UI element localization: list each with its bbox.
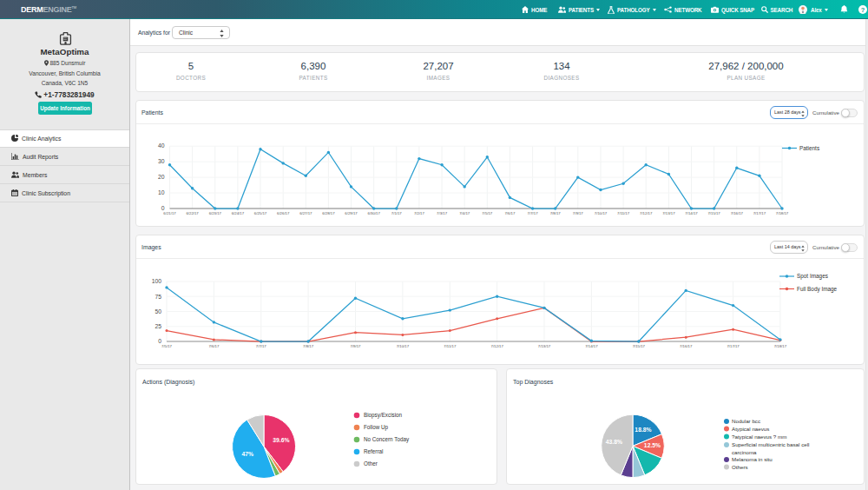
svg-text:Follow Up: Follow Up (364, 424, 388, 431)
svg-text:7/9/17: 7/9/17 (573, 211, 584, 215)
svg-text:10: 10 (158, 189, 165, 195)
svg-text:7/14/17: 7/14/17 (585, 344, 598, 348)
svg-text:7/16/17: 7/16/17 (680, 344, 693, 348)
svg-text:7/11/17: 7/11/17 (444, 344, 457, 348)
svg-text:7/15/17: 7/15/17 (707, 211, 720, 215)
svg-text:7/3/17: 7/3/17 (437, 211, 448, 215)
svg-text:7/8/17: 7/8/17 (303, 344, 314, 348)
svg-text:7/6/17: 7/6/17 (208, 344, 220, 348)
svg-text:100: 100 (152, 278, 162, 284)
svg-text:6/25/17: 6/25/17 (254, 211, 267, 215)
svg-text:Referral: Referral (364, 448, 383, 454)
svg-text:Melanoma in situ: Melanoma in situ (732, 456, 773, 462)
svg-text:Nodular bcc: Nodular bcc (732, 418, 760, 424)
svg-text:7/12/17: 7/12/17 (640, 211, 653, 215)
svg-text:7/10/17: 7/10/17 (595, 211, 608, 215)
svg-text:7/15/17: 7/15/17 (633, 344, 646, 348)
svg-text:7/9/17: 7/9/17 (351, 344, 362, 348)
svg-text:6/27/17: 6/27/17 (299, 211, 312, 215)
svg-text:6/28/17: 6/28/17 (322, 211, 335, 215)
svg-text:7/1/17: 7/1/17 (391, 211, 403, 215)
svg-text:7/7/17: 7/7/17 (528, 211, 539, 215)
svg-text:Spot Images: Spot Images (797, 273, 828, 280)
svg-text:7/5/17: 7/5/17 (161, 344, 173, 348)
svg-text:6/29/17: 6/29/17 (345, 211, 358, 215)
svg-text:6/23/17: 6/23/17 (209, 211, 222, 215)
svg-text:7/2/17: 7/2/17 (414, 211, 425, 215)
svg-text:7/4/17: 7/4/17 (459, 211, 470, 215)
svg-text:7/18/17: 7/18/17 (776, 211, 789, 215)
svg-text:Patients: Patients (799, 145, 819, 151)
svg-text:6/22/17: 6/22/17 (186, 211, 199, 215)
svg-text:Other: Other (364, 460, 378, 467)
svg-text:40: 40 (158, 142, 165, 149)
svg-text:7/12/17: 7/12/17 (491, 344, 504, 348)
svg-text:7/7/17: 7/7/17 (256, 344, 267, 348)
svg-text:Superficial multicentric basal: Superficial multicentric basal cell (732, 441, 809, 447)
svg-text:6/30/17: 6/30/17 (368, 211, 381, 215)
svg-text:7/17/17: 7/17/17 (753, 211, 766, 215)
svg-text:25: 25 (155, 323, 161, 329)
svg-text:20: 20 (158, 174, 165, 180)
svg-text:75: 75 (155, 294, 161, 300)
svg-text:7/5/17: 7/5/17 (482, 211, 493, 215)
svg-text:7/18/17: 7/18/17 (774, 344, 787, 348)
svg-text:7/13/17: 7/13/17 (662, 211, 675, 215)
svg-text:6/21/17: 6/21/17 (163, 211, 176, 215)
svg-text:7/13/17: 7/13/17 (538, 344, 551, 348)
svg-text:7/14/17: 7/14/17 (685, 211, 698, 215)
svg-text:7/17/17: 7/17/17 (727, 344, 740, 348)
svg-text:?: ? (861, 6, 865, 14)
svg-text:carcinoma: carcinoma (732, 449, 757, 455)
svg-text:Atypical naevus: Atypical naevus (732, 426, 769, 432)
svg-text:50: 50 (155, 308, 161, 315)
svg-text:7/10/17: 7/10/17 (397, 344, 410, 348)
svg-text:Biopsy/Excision: Biopsy/Excision (364, 412, 403, 419)
svg-text:Others: Others (732, 464, 748, 470)
svg-text:?atypical naevus ? mm: ?atypical naevus ? mm (732, 434, 786, 440)
svg-text:7/11/17: 7/11/17 (617, 211, 630, 215)
svg-text:30: 30 (158, 158, 165, 164)
svg-text:7/16/17: 7/16/17 (731, 211, 744, 215)
svg-text:Full Body Image: Full Body Image (797, 286, 838, 293)
svg-text:7/6/17: 7/6/17 (504, 211, 516, 215)
svg-text:7/8/17: 7/8/17 (550, 211, 562, 215)
svg-text:No Concern Today: No Concern Today (364, 436, 410, 443)
svg-text:6/26/17: 6/26/17 (277, 211, 290, 215)
svg-text:6/24/17: 6/24/17 (232, 211, 245, 215)
